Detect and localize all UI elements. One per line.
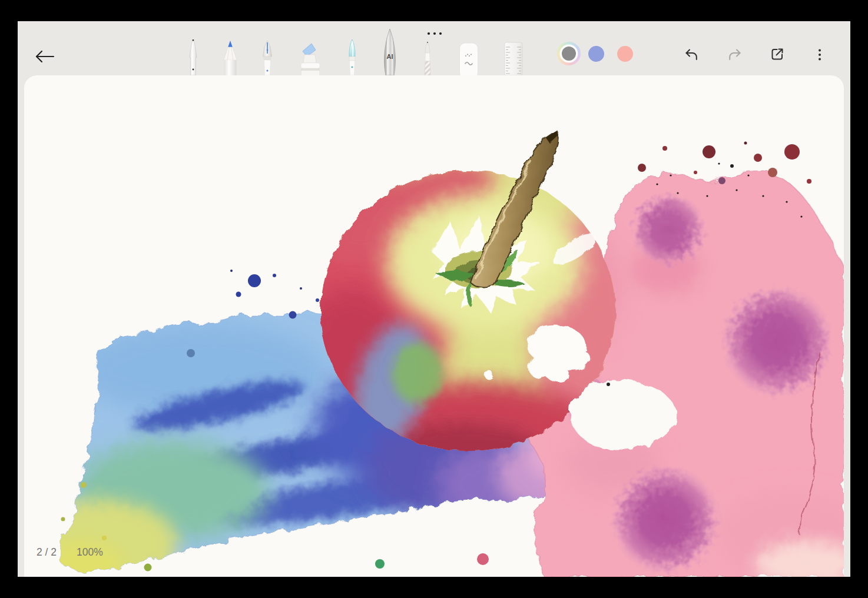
open-in-new-icon xyxy=(770,46,785,62)
more-options-button[interactable] xyxy=(807,42,833,68)
color-swatch-salmon[interactable] xyxy=(617,46,633,62)
redo-button[interactable] xyxy=(722,42,748,68)
back-arrow-icon xyxy=(34,49,55,64)
eraser-icon xyxy=(459,42,479,75)
tool-ballpoint-pen[interactable] xyxy=(186,39,200,75)
ellipsis-handle-icon xyxy=(426,29,443,38)
watercolor-artwork xyxy=(24,75,844,577)
drawing-canvas[interactable]: 2 / 2 100% xyxy=(24,75,844,577)
screen: AI xyxy=(0,0,868,598)
redo-icon xyxy=(727,47,743,62)
tool-brush[interactable] xyxy=(346,39,359,75)
tool-ai-pen[interactable]: AI xyxy=(382,28,397,75)
undo-icon xyxy=(684,47,699,62)
tool-highlighter[interactable] xyxy=(297,42,323,75)
undo-button[interactable] xyxy=(678,42,704,68)
calligraphy-pen-icon xyxy=(422,41,433,75)
ruler-icon xyxy=(504,41,523,75)
ballpoint-pen-icon xyxy=(186,39,200,75)
tool-eraser[interactable] xyxy=(459,42,479,75)
share-button[interactable] xyxy=(764,41,790,67)
page-indicator[interactable]: 2 / 2 xyxy=(37,546,57,559)
ai-pen-icon: AI xyxy=(382,28,397,75)
pencil-icon xyxy=(221,40,239,75)
color-swatch-periwinkle[interactable] xyxy=(588,46,604,62)
tool-ruler[interactable] xyxy=(504,41,523,75)
zoom-level[interactable]: 100% xyxy=(77,546,103,559)
kebab-menu-icon xyxy=(812,47,827,62)
tool-pencil[interactable] xyxy=(221,40,239,75)
toolbar-handle[interactable] xyxy=(426,29,443,38)
highlighter-icon xyxy=(297,42,323,75)
ai-pen-label: AI xyxy=(387,53,393,60)
canvas-statusbar: 2 / 2 100% xyxy=(24,546,201,562)
color-picker-swatch[interactable] xyxy=(557,42,581,65)
back-button[interactable] xyxy=(32,44,58,69)
fountain-pen-icon xyxy=(259,40,276,75)
color-picker-current-color xyxy=(562,46,576,61)
tool-calligraphy-pen[interactable] xyxy=(422,41,433,75)
brush-icon xyxy=(346,39,359,75)
drawing-app-window: AI xyxy=(18,21,850,577)
tool-fountain-pen[interactable] xyxy=(259,40,276,75)
